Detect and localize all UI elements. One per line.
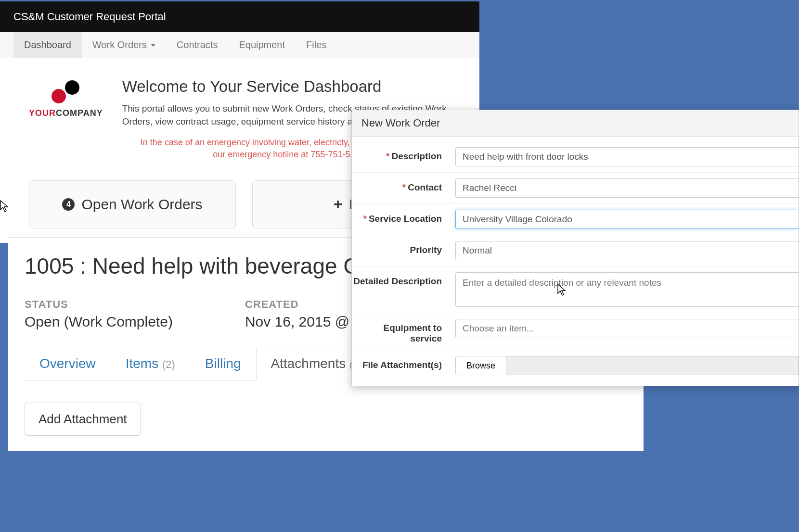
nav-files-label: Files (306, 39, 326, 51)
file-attachments-label: File Attachment(s) (352, 356, 455, 370)
equipment-input[interactable] (455, 319, 799, 338)
equipment-label: Equipment to service (352, 319, 455, 344)
tab-attachments-label: Attachments (271, 356, 346, 371)
status-label: STATUS (25, 298, 173, 311)
nav-contracts-label: Contracts (177, 39, 218, 51)
logo-brand-right: COMPANY (56, 108, 103, 118)
nav-work-orders-label: Work Orders (92, 39, 147, 51)
contact-input[interactable] (455, 178, 799, 198)
contact-label: *Contact (352, 178, 455, 193)
open-count-badge: 4 (62, 198, 75, 211)
logo-text: YOURCOMPANY (29, 108, 103, 118)
plus-icon: + (334, 195, 343, 213)
service-location-label-text: Service Location (369, 214, 442, 224)
logo-icon (52, 80, 80, 104)
priority-label: Priority (352, 241, 455, 255)
service-location-label: *Service Location (352, 210, 455, 224)
description-label-text: Description (391, 151, 442, 161)
open-work-orders-tile[interactable]: 4 Open Work Orders (29, 180, 236, 228)
tab-overview[interactable]: Overview (25, 347, 111, 380)
nav-equipment[interactable]: Equipment (228, 32, 296, 58)
browse-button[interactable]: Browse (455, 356, 506, 375)
tab-overview-label: Overview (39, 356, 96, 371)
priority-input[interactable] (455, 241, 799, 260)
contact-label-text: Contact (408, 182, 442, 192)
app-header: CS&M Customer Request Portal (0, 1, 479, 32)
description-input[interactable] (455, 147, 799, 166)
tab-billing[interactable]: Billing (190, 347, 256, 380)
nav-work-orders[interactable]: Work Orders (82, 32, 166, 58)
nav-dashboard-label: Dashboard (24, 39, 71, 51)
tab-items-label: Items (126, 356, 158, 371)
welcome-heading: Welcome to Your Service Dashboard (122, 77, 455, 96)
detailed-description-label: Detailed Description (352, 272, 455, 287)
new-work-order-modal: New Work Order *Description *Contact *Se… (351, 110, 799, 386)
tab-billing-label: Billing (205, 356, 241, 371)
tab-items[interactable]: Items (2) (111, 347, 190, 380)
description-label: *Description (352, 147, 455, 162)
tab-items-count: (2) (162, 358, 175, 370)
chevron-down-icon (151, 44, 155, 47)
status-value: Open (Work Complete) (25, 314, 173, 330)
app-title: CS&M Customer Request Portal (13, 11, 166, 23)
service-location-input[interactable] (455, 210, 799, 229)
detailed-description-input[interactable] (455, 272, 799, 307)
nav-contracts[interactable]: Contracts (166, 32, 229, 58)
modal-title: New Work Order (352, 110, 799, 137)
logo-brand-left: YOUR (29, 108, 56, 118)
open-work-orders-label: Open Work Orders (81, 196, 202, 213)
nav-equipment-label: Equipment (239, 39, 285, 51)
add-attachment-button[interactable]: Add Attachment (25, 403, 141, 436)
file-path-display (506, 356, 799, 375)
nav-files[interactable]: Files (296, 32, 337, 58)
nav-dashboard[interactable]: Dashboard (13, 32, 82, 58)
top-nav: Dashboard Work Orders Contracts Equipmen… (0, 32, 479, 58)
company-logo: YOURCOMPANY (29, 77, 103, 161)
